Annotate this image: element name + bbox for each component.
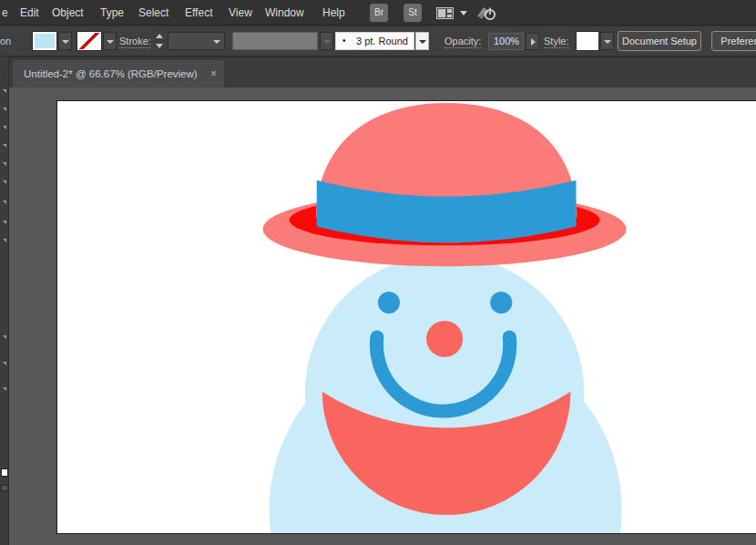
menu-help[interactable]: Help bbox=[322, 6, 345, 19]
stroke-weight-stepper[interactable] bbox=[154, 33, 164, 49]
document-area: Untitled-2* @ 66.67% (RGB/Preview) × bbox=[9, 57, 756, 545]
stroke-color-swatch-none[interactable] bbox=[77, 32, 101, 50]
preferences-button[interactable]: Preferences bbox=[711, 31, 756, 51]
document-setup-button[interactable]: Document Setup bbox=[618, 31, 701, 51]
menu-bar: e Edit Object Type Select Effect View Wi… bbox=[0, 0, 756, 26]
document-tab[interactable]: Untitled-2* @ 66.67% (RGB/Preview) × bbox=[13, 60, 224, 88]
bridge-button[interactable]: Br bbox=[370, 4, 388, 22]
opacity-label[interactable]: Opacity: bbox=[444, 36, 481, 48]
tools-panel-edge bbox=[0, 57, 9, 545]
close-icon[interactable]: × bbox=[210, 67, 217, 80]
style-chevron-down-icon[interactable] bbox=[600, 32, 614, 50]
opacity-input[interactable]: 100% bbox=[488, 33, 524, 50]
fill-color bbox=[35, 34, 55, 48]
gpu-performance-icon[interactable] bbox=[475, 4, 499, 23]
menu-select[interactable]: Select bbox=[138, 6, 169, 19]
brush-definition-select[interactable]: • 3 pt. Round bbox=[335, 32, 414, 50]
workspace: Untitled-2* @ 66.67% (RGB/Preview) × bbox=[0, 57, 756, 545]
menu-file-partial[interactable]: e bbox=[2, 6, 8, 19]
brush-chevron-down-icon[interactable] bbox=[415, 32, 429, 50]
right-eye[interactable] bbox=[490, 292, 512, 314]
tool-flyout-triangle bbox=[3, 239, 6, 242]
tool-flyout-triangle bbox=[3, 126, 6, 129]
left-eye[interactable] bbox=[378, 292, 400, 314]
fill-chevron-down-icon[interactable] bbox=[58, 32, 72, 50]
width-profile-select bbox=[232, 32, 318, 50]
opacity-panel-button[interactable] bbox=[526, 33, 539, 50]
tool-flyout-triangle bbox=[3, 144, 6, 148]
stock-button[interactable]: St bbox=[404, 4, 422, 22]
tool-flyout-triangle bbox=[3, 335, 6, 339]
tool-flyout-triangle bbox=[3, 108, 6, 111]
document-tab-bar: Untitled-2* @ 66.67% (RGB/Preview) × bbox=[9, 57, 756, 87]
menu-window[interactable]: Window bbox=[265, 6, 304, 19]
stroke-color-indicator[interactable] bbox=[1, 485, 8, 491]
artboard[interactable] bbox=[56, 100, 756, 534]
control-bar: on Stroke: • 3 pt. Round Opacity: 100% S… bbox=[0, 26, 756, 57]
stroke-chevron-down-icon[interactable] bbox=[103, 32, 117, 50]
workspace-chevron-down-icon[interactable] bbox=[460, 11, 467, 15]
brush-name: 3 pt. Round bbox=[356, 33, 408, 49]
tool-flyout-triangle bbox=[3, 201, 6, 204]
menu-view[interactable]: View bbox=[229, 6, 252, 19]
document-tab-title: Untitled-2* @ 66.67% (RGB/Preview) bbox=[24, 68, 198, 79]
style-swatch[interactable] bbox=[577, 32, 598, 50]
style-label[interactable]: Style: bbox=[544, 36, 569, 48]
nose[interactable] bbox=[426, 321, 463, 357]
menu-edit[interactable]: Edit bbox=[20, 6, 39, 19]
workspace-switcher-icon[interactable] bbox=[436, 7, 454, 19]
fill-color-indicator[interactable] bbox=[1, 468, 8, 477]
fill-color-swatch[interactable] bbox=[33, 32, 56, 50]
tool-flyout-triangle bbox=[3, 362, 6, 365]
selection-status-partial: on bbox=[0, 36, 11, 46]
menu-effect[interactable]: Effect bbox=[185, 6, 212, 19]
tool-flyout-triangle bbox=[3, 162, 6, 166]
tool-flyout-triangle bbox=[3, 89, 6, 93]
width-profile-chevron-down-icon bbox=[320, 32, 333, 50]
pasteboard[interactable] bbox=[9, 87, 756, 545]
tool-flyout-triangle bbox=[3, 180, 6, 184]
stroke-weight-label[interactable]: Stroke: bbox=[119, 36, 151, 48]
snowman-artwork bbox=[57, 101, 756, 533]
stroke-weight-select[interactable] bbox=[168, 32, 225, 50]
menu-type[interactable]: Type bbox=[100, 6, 124, 19]
tool-flyout-triangle bbox=[3, 387, 6, 391]
brush-bullet: • bbox=[342, 33, 346, 49]
menu-object[interactable]: Object bbox=[52, 6, 84, 19]
tool-flyout-triangle bbox=[3, 221, 6, 224]
illustrator-window: { "menu_bar": { "items": ["e", "Edit", "… bbox=[0, 0, 756, 545]
